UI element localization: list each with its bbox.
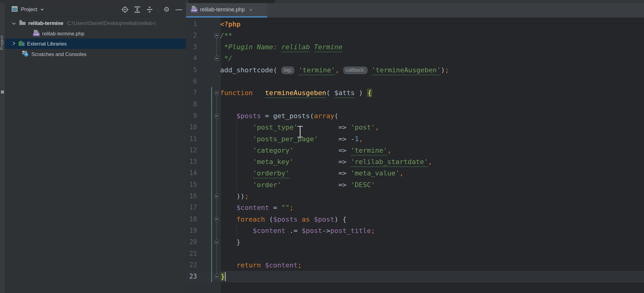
code-line[interactable]: } (220, 271, 225, 282)
chevron-down-icon[interactable] (12, 20, 16, 26)
code-line[interactable]: /** (220, 30, 232, 41)
line-number[interactable]: 8 (180, 99, 197, 110)
code-line[interactable]: function termineAusgeben( $atts ) { (220, 87, 372, 98)
code-line[interactable]: 'orderby' => 'meta_value', (220, 167, 404, 179)
line-number[interactable]: 17 (180, 202, 197, 213)
fold-marker[interactable] (215, 33, 219, 38)
code-line[interactable]: return $content; (220, 259, 302, 271)
line-number[interactable]: 3 (180, 41, 197, 53)
line-number[interactable]: 22 (180, 259, 197, 271)
code-line[interactable]: add_shortcode( tag: 'termine', callback:… (220, 64, 449, 76)
chevron-down-icon[interactable] (40, 7, 44, 12)
line-number[interactable]: 7 (180, 87, 197, 98)
line-number[interactable]: 13 (180, 156, 197, 167)
scratches-icon (22, 50, 29, 58)
fold-marker[interactable] (215, 56, 219, 61)
fold-marker[interactable] (215, 240, 219, 244)
code-line[interactable]: 'meta_key' => 'relilab_startdate', (220, 156, 432, 167)
tab-relilab-termine[interactable]: PHP relilab-termine.php × (186, 3, 267, 16)
hide-panel-icon[interactable]: — (175, 6, 183, 14)
php-file-name: relilab-termine.php (42, 31, 84, 37)
chevron-right-icon[interactable] (12, 41, 15, 47)
ide-window: Project Project ⚙ — (0, 0, 644, 293)
line-number[interactable]: 12 (180, 145, 197, 156)
tool-window-icon (12, 6, 18, 13)
tree-item-project-root[interactable]: relilab-termine C:\Users\Daniel\Desktop\… (5, 18, 193, 28)
line-number[interactable]: 23 (180, 271, 197, 282)
stripe-square-icon (1, 90, 4, 94)
close-icon[interactable]: × (249, 6, 252, 13)
tool-window-stripe: Project (0, 3, 5, 293)
php-file-icon: PHP (190, 5, 198, 14)
fold-marker[interactable] (215, 91, 219, 95)
line-number[interactable]: 16 (180, 191, 197, 202)
line-number[interactable]: 15 (180, 179, 197, 191)
folder-icon (19, 20, 26, 26)
line-number[interactable]: 9 (180, 110, 197, 122)
fold-connector-line (216, 95, 217, 274)
tab-label: relilab-termine.php (200, 6, 245, 13)
line-number[interactable]: 11 (180, 133, 197, 145)
code-line[interactable]: )); (220, 191, 249, 202)
tree-item-scratches[interactable]: Scratches and Consoles (5, 49, 203, 59)
mouse-ibeam-cursor (296, 125, 304, 140)
line-number[interactable]: 6 (180, 76, 197, 87)
line-number[interactable]: 21 (180, 248, 197, 259)
code-line[interactable]: 'order' => 'DESC' (220, 179, 375, 191)
project-root-name: relilab-termine (28, 20, 63, 26)
fold-connector-line (216, 38, 217, 56)
current-line-highlight (186, 271, 644, 283)
line-number[interactable]: 4 (180, 53, 197, 64)
php-file-icon: PHP (32, 29, 40, 38)
project-panel-header: Project ⚙ — (5, 3, 186, 16)
project-root-path: C:\Users\Daniel\Desktop\relilab\relilab-… (67, 20, 156, 26)
collapse-all-icon[interactable] (146, 6, 154, 14)
expand-all-icon[interactable] (133, 6, 141, 14)
toolbar-divider (158, 6, 158, 13)
svg-text:PHP: PHP (34, 33, 39, 36)
code-line[interactable]: *Plugin Name: relilab Termine (220, 41, 342, 53)
svg-text:PHP: PHP (192, 9, 197, 12)
line-number[interactable]: 19 (180, 225, 197, 236)
libraries-icon (18, 40, 25, 47)
code-line[interactable]: */ (220, 53, 232, 64)
fold-marker[interactable] (215, 275, 219, 279)
code-line[interactable]: $content .= $post->post_title; (220, 225, 375, 236)
code-line[interactable]: 'category' => 'termine', (220, 145, 391, 156)
line-number[interactable]: 14 (180, 167, 197, 179)
window-top-strip-left (0, 0, 186, 3)
code-line[interactable]: 'posts_per_page' => -1, (220, 133, 363, 145)
code-line[interactable]: $posts = get_posts(array( (220, 110, 338, 122)
code-line[interactable]: } (220, 236, 240, 248)
line-number[interactable]: 20 (180, 236, 197, 248)
line-number[interactable]: 2 (180, 30, 197, 41)
code-line[interactable]: foreach ($posts as $post) { (220, 214, 347, 225)
line-number[interactable]: 18 (180, 214, 197, 225)
fold-marker[interactable] (215, 217, 219, 221)
window-top-strip-segment (188, 0, 275, 3)
gear-icon[interactable]: ⚙ (163, 6, 171, 14)
indent-guide (236, 225, 237, 236)
locate-file-icon[interactable] (121, 6, 129, 14)
code-line[interactable]: <?php (220, 18, 240, 30)
fold-marker[interactable] (215, 194, 219, 199)
fold-marker[interactable] (215, 114, 219, 118)
scratches-label: Scratches and Consoles (31, 51, 87, 57)
line-number[interactable]: 5 (180, 64, 197, 76)
line-number[interactable]: 1 (180, 18, 197, 30)
indent-guide (236, 122, 237, 191)
line-number[interactable]: 10 (180, 122, 197, 133)
code-line[interactable]: $content = ""; (220, 202, 293, 213)
external-libraries-label: External Libraries (27, 41, 66, 47)
panel-title[interactable]: Project (21, 6, 37, 13)
vcs-change-marker (211, 87, 212, 282)
text-caret (225, 272, 226, 281)
tree-item-external-libraries[interactable]: External Libraries (5, 38, 193, 49)
